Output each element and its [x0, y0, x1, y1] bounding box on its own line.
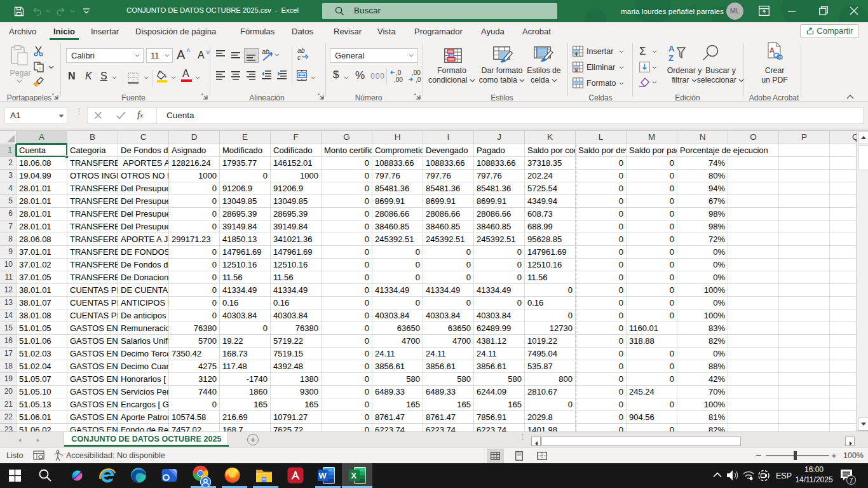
- svg-text:A: A: [770, 46, 775, 54]
- svg-text:W: W: [319, 471, 327, 480]
- svg-text:c: c: [297, 53, 301, 61]
- svg-text:X: X: [351, 471, 357, 480]
- svg-text:,0: ,0: [416, 76, 421, 83]
- svg-text:7: 7: [850, 477, 853, 484]
- svg-text:?: ?: [60, 453, 64, 459]
- svg-text:A: A: [668, 44, 675, 53]
- svg-text:Z: Z: [668, 53, 674, 63]
- svg-text:ab: ab: [262, 48, 269, 55]
- svg-text:,00: ,00: [394, 76, 403, 83]
- svg-text:,0: ,0: [396, 69, 402, 76]
- svg-text:,00: ,00: [412, 69, 421, 76]
